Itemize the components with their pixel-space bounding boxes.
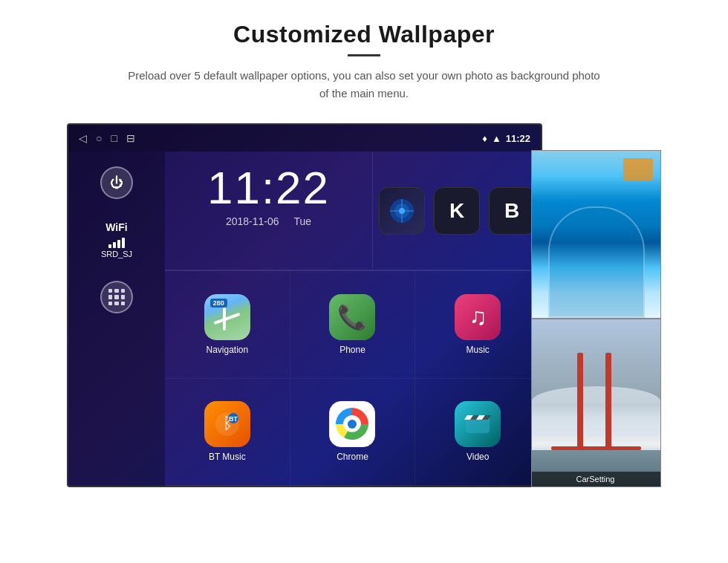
bridge-tower-right: [605, 353, 611, 453]
music-app[interactable]: ♫ Music: [415, 271, 541, 379]
status-time: 11:22: [506, 133, 530, 144]
device-wrapper: ◁ ○ □ ⊟ ♦ ▲ 11:22 ⏻: [67, 123, 661, 487]
bluetooth-music-icon: ᛒ BT: [214, 411, 241, 437]
status-bar-left: ◁ ○ □ ⊟: [79, 132, 135, 144]
music-label: Music: [466, 345, 489, 355]
top-row: 11:22 2018-11-06 Tue: [165, 152, 541, 271]
wifi-bar-4: [122, 238, 125, 248]
clock-display: 11:22: [207, 165, 330, 211]
wallpaper-ice-thumb[interactable]: [531, 150, 661, 319]
bridge-tower-left: [577, 353, 583, 453]
chrome-logo: [334, 406, 370, 442]
svg-text:BT: BT: [229, 415, 238, 423]
wifi-bar-2: [113, 242, 116, 248]
svg-point-11: [348, 420, 357, 429]
antenna-icon: [389, 198, 415, 224]
android-screen: ◁ ○ □ ⊟ ♦ ▲ 11:22 ⏻: [67, 123, 542, 487]
btmusic-label: BT Music: [209, 452, 246, 462]
home-nav-icon[interactable]: ○: [96, 132, 102, 144]
music-symbol: ♫: [469, 303, 487, 331]
clock-day-value: Tue: [294, 215, 312, 227]
antenna-shortcut[interactable]: [379, 187, 425, 235]
video-clapperboard-icon: [463, 409, 493, 439]
wifi-bars: [108, 236, 125, 248]
ice-cave-image: [532, 151, 660, 318]
apps-grid-button[interactable]: [100, 281, 133, 313]
app-grid: 280 Navigation 📞 Phone: [165, 271, 541, 486]
recents-nav-icon[interactable]: □: [111, 132, 117, 144]
status-bar: ◁ ○ □ ⊟ ♦ ▲ 11:22: [68, 125, 541, 152]
video-label: Video: [467, 452, 489, 462]
shortcut-icons: K B: [373, 152, 541, 270]
screenshot-nav-icon[interactable]: ⊟: [126, 132, 135, 144]
status-bar-right: ♦ ▲ 11:22: [482, 133, 530, 144]
wifi-network-name: SRD_SJ: [101, 250, 132, 258]
wallpaper-thumbnails: CarSetting: [531, 150, 661, 487]
carsetting-label: CarSetting: [531, 472, 660, 486]
phone-app[interactable]: 📞 Phone: [290, 271, 416, 379]
wifi-widget: WiFi SRD_SJ: [101, 221, 132, 258]
chrome-label: Chrome: [337, 452, 368, 462]
navigation-app[interactable]: 280 Navigation: [165, 271, 290, 379]
power-button[interactable]: ⏻: [100, 166, 133, 199]
location-icon: ♦: [482, 133, 487, 144]
phone-icon: 📞: [329, 294, 375, 340]
phone-label: Phone: [339, 345, 365, 355]
page-description: Preload over 5 default wallpaper options…: [126, 67, 602, 102]
chrome-icon: [329, 401, 375, 447]
clock-date-row: 2018-11-06 Tue: [226, 215, 311, 227]
page-container: Customized Wallpaper Preload over 5 defa…: [0, 0, 728, 563]
navigation-icon: 280: [204, 294, 250, 340]
clock-date-value: 2018-11-06: [226, 215, 279, 227]
b-shortcut[interactable]: B: [489, 187, 535, 235]
screen-content: ⏻ WiFi SRD_SJ: [68, 152, 541, 486]
video-icon: [455, 401, 501, 447]
video-app[interactable]: Video: [415, 379, 541, 486]
phone-symbol: 📞: [337, 303, 367, 331]
chrome-app[interactable]: Chrome: [290, 379, 416, 486]
btmusic-app[interactable]: ᛒ BT BT Music: [165, 379, 290, 486]
wallpaper-bridge-thumb[interactable]: CarSetting: [531, 319, 661, 487]
navigation-label: Navigation: [206, 345, 248, 355]
title-underline: [348, 54, 380, 56]
page-title: Customized Wallpaper: [233, 21, 495, 48]
carsetting-text: CarSetting: [576, 475, 615, 484]
main-content: 11:22 2018-11-06 Tue: [165, 152, 541, 486]
k-shortcut[interactable]: K: [434, 187, 480, 235]
wifi-bar-1: [108, 244, 111, 248]
sidebar: ⏻ WiFi SRD_SJ: [68, 152, 165, 486]
grid-icon: [108, 289, 125, 305]
map-badge: 280: [210, 299, 227, 307]
ice-sun: [623, 158, 653, 180]
music-icon: ♫: [455, 294, 501, 340]
wifi-label: WiFi: [105, 221, 127, 233]
bridge-image: [532, 319, 660, 486]
bridge-fog: [532, 386, 660, 437]
ice-arch: [548, 206, 645, 318]
svg-rect-17: [466, 420, 490, 433]
clock-area: 11:22 2018-11-06 Tue: [165, 152, 373, 270]
b-letter: B: [504, 199, 519, 223]
k-letter: K: [449, 199, 464, 223]
back-nav-icon[interactable]: ◁: [79, 132, 87, 144]
btmusic-icon: ᛒ BT: [204, 401, 250, 447]
wifi-status-icon: ▲: [492, 133, 501, 144]
wifi-bar-3: [117, 240, 120, 248]
